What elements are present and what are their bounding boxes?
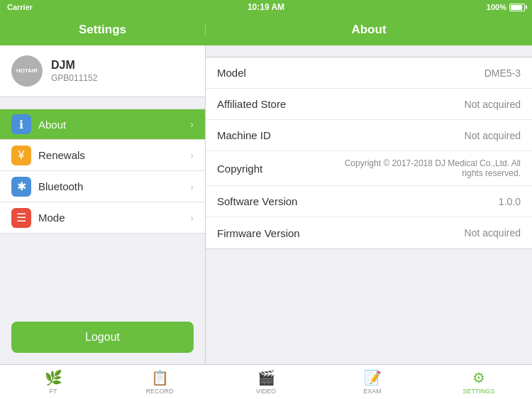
logout-area: Logout [0,310,205,364]
store-label: Affiliated Store [217,98,316,110]
model-label: Model [217,67,316,79]
detail-row-firmware: Firmware Version Not acquired [206,217,532,248]
detail-row-machine-id: Machine ID Not acquired [206,120,532,151]
exam-icon: 📝 [364,369,382,386]
battery-icon [509,4,525,11]
settings-icon: ⚙ [472,369,485,386]
sidebar-menu: ℹ About › ¥ Renewals › ✱ Bluetooth › ☰ M… [0,109,205,310]
nav-left-title: Settings [0,23,206,37]
record-label: RECORD [145,388,173,395]
detail-section: Model DME5-3 Affiliated Store Not acquir… [206,57,532,249]
record-icon: 📋 [151,369,169,386]
video-icon: 🎬 [257,369,275,386]
bluetooth-chevron: › [190,181,194,192]
avatar: HOTAIR [11,55,43,87]
exam-label: EXAM [363,388,382,395]
detail-row-model: Model DME5-3 [206,58,532,89]
sidebar-item-renewals[interactable]: ¥ Renewals › [0,140,205,171]
renewals-label: Renewals [38,149,183,161]
mode-label: Mode [38,212,183,224]
renewals-icon: ¥ [11,146,31,165]
carrier-label: Carrier [7,3,33,11]
detail-row-software: Software Version 1.0.0 [206,186,532,217]
about-label: About [38,119,183,131]
menu-section: ℹ About › ¥ Renewals › ✱ Bluetooth › ☰ M… [0,109,205,234]
battery-percent: 100% [487,3,506,11]
user-name: DJM [51,59,97,72]
about-icon: ℹ [11,114,31,134]
mode-chevron: › [190,212,194,224]
nav-bar: Settings About [0,14,532,45]
logout-button[interactable]: Logout [11,322,194,353]
detail-row-copyright: Copyright Copyright © 2017-2018 DJ Medic… [206,151,532,186]
firmware-label: Firmware Version [217,227,316,239]
model-value: DME5-3 [328,67,521,79]
main-layout: HOTAIR DJM GPB011152 ℹ About › ¥ Renewal… [0,45,532,364]
ft-label: FT [50,388,57,395]
detail-panel: Model DME5-3 Affiliated Store Not acquir… [206,45,532,364]
sidebar-item-mode[interactable]: ☰ Mode › [0,202,205,234]
sidebar-item-bluetooth[interactable]: ✱ Bluetooth › [0,171,205,202]
status-right: 100% [487,3,525,11]
tab-settings[interactable]: ⚙ SETTINGS [426,365,532,399]
ft-icon: 🌿 [45,369,62,386]
tab-record[interactable]: 📋 RECORD [106,365,213,399]
about-chevron: › [190,119,194,130]
tab-ft[interactable]: 🌿 FT [0,365,106,399]
status-time: 10:19 AM [248,2,284,12]
machine-id-label: Machine ID [217,129,316,141]
menu-spacer-top [0,97,205,109]
firmware-value: Not acquired [328,227,521,239]
nav-right-title: About [206,23,532,37]
bluetooth-label: Bluetooth [38,180,183,192]
user-id: GPB011152 [51,73,97,83]
battery-fill [511,5,522,10]
tab-exam[interactable]: 📝 EXAM [319,365,426,399]
sidebar-item-about[interactable]: ℹ About › [0,109,205,140]
bluetooth-icon: ✱ [11,177,31,197]
tab-bar: 🌿 FT 📋 RECORD 🎬 VIDEO 📝 EXAM ⚙ SETTINGS [0,364,532,399]
software-label: Software Version [217,195,316,207]
machine-id-value: Not acquired [328,130,521,141]
tab-video[interactable]: 🎬 VIDEO [213,365,319,399]
store-value: Not acquired [328,99,521,110]
copyright-label: Copyright [217,163,316,175]
video-label: VIDEO [256,388,276,395]
user-info: DJM GPB011152 [51,59,97,83]
detail-row-store: Affiliated Store Not acquired [206,89,532,120]
mode-icon: ☰ [11,208,31,228]
user-profile: HOTAIR DJM GPB011152 [0,45,205,97]
copyright-value: Copyright © 2017-2018 DJ Medical Co.,Ltd… [328,158,521,178]
software-value: 1.0.0 [328,196,521,207]
settings-label: SETTINGS [462,388,494,395]
sidebar: HOTAIR DJM GPB011152 ℹ About › ¥ Renewal… [0,45,206,364]
status-bar: Carrier 10:19 AM 100% [0,0,532,14]
renewals-chevron: › [190,150,194,161]
